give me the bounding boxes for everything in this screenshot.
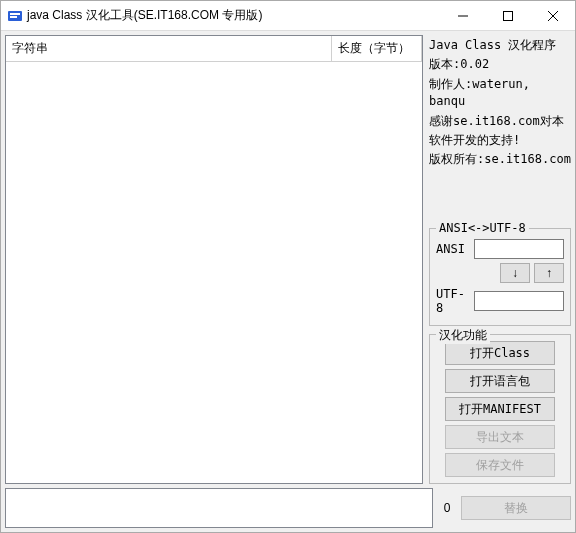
utf8-input[interactable] xyxy=(474,291,564,311)
window-buttons xyxy=(440,1,575,30)
close-button[interactable] xyxy=(530,1,575,30)
count-label: 0 xyxy=(439,488,455,528)
replace-button[interactable]: 替换 xyxy=(461,496,571,520)
ansi-label: ANSI xyxy=(436,242,470,256)
edit-input[interactable] xyxy=(5,488,433,528)
minimize-button[interactable] xyxy=(440,1,485,30)
info-thanks2: 软件开发的支持! xyxy=(429,132,571,149)
open-manifest-button[interactable]: 打开MANIFEST xyxy=(445,397,555,421)
string-table[interactable]: 字符串 长度（字节） xyxy=(5,35,423,484)
svg-rect-4 xyxy=(503,11,512,20)
open-class-button[interactable]: 打开Class xyxy=(445,341,555,365)
functions-legend: 汉化功能 xyxy=(436,327,490,344)
col-header-string[interactable]: 字符串 xyxy=(6,36,332,61)
info-copyright: 版权所有:se.it168.com xyxy=(429,151,571,168)
window-title: java Class 汉化工具(SE.IT168.COM 专用版) xyxy=(27,7,440,24)
utf8-label: UTF-8 xyxy=(436,287,470,315)
svg-rect-1 xyxy=(10,13,20,15)
ansi-input[interactable] xyxy=(474,239,564,259)
open-lang-button[interactable]: 打开语言包 xyxy=(445,369,555,393)
arrow-up-icon: ↑ xyxy=(546,266,552,280)
arrow-down-icon: ↓ xyxy=(512,266,518,280)
save-file-button[interactable]: 保存文件 xyxy=(445,453,555,477)
client-area: 字符串 长度（字节） Java Class 汉化程序 版本:0.02 制作人:w… xyxy=(1,31,575,532)
app-window: java Class 汉化工具(SE.IT168.COM 专用版) 字符串 长度… xyxy=(0,0,576,533)
upper-panel: 字符串 长度（字节） Java Class 汉化程序 版本:0.02 制作人:w… xyxy=(5,35,571,484)
bottom-panel: 0 替换 xyxy=(5,488,571,528)
svg-rect-2 xyxy=(10,16,17,18)
ansi-utf8-legend: ANSI<->UTF-8 xyxy=(436,221,529,235)
table-body[interactable] xyxy=(6,62,422,483)
functions-group: 汉化功能 打开Class 打开语言包 打开MANIFEST 导出文本 保存文件 xyxy=(429,334,571,484)
app-icon xyxy=(7,8,23,24)
table-header: 字符串 长度（字节） xyxy=(6,36,422,62)
side-panel: Java Class 汉化程序 版本:0.02 制作人:waterun, ban… xyxy=(429,35,571,484)
info-block: Java Class 汉化程序 版本:0.02 制作人:waterun, ban… xyxy=(429,35,571,173)
convert-up-button[interactable]: ↑ xyxy=(534,263,564,283)
col-header-length[interactable]: 长度（字节） xyxy=(332,36,422,61)
export-text-button[interactable]: 导出文本 xyxy=(445,425,555,449)
maximize-button[interactable] xyxy=(485,1,530,30)
info-author: 制作人:waterun, banqu xyxy=(429,76,571,111)
info-thanks1: 感谢se.it168.com对本 xyxy=(429,113,571,130)
titlebar[interactable]: java Class 汉化工具(SE.IT168.COM 专用版) xyxy=(1,1,575,31)
info-heading: Java Class 汉化程序 xyxy=(429,37,571,54)
convert-down-button[interactable]: ↓ xyxy=(500,263,530,283)
info-version: 版本:0.02 xyxy=(429,56,571,73)
ansi-utf8-group: ANSI<->UTF-8 ANSI ↓ ↑ UTF-8 xyxy=(429,228,571,326)
